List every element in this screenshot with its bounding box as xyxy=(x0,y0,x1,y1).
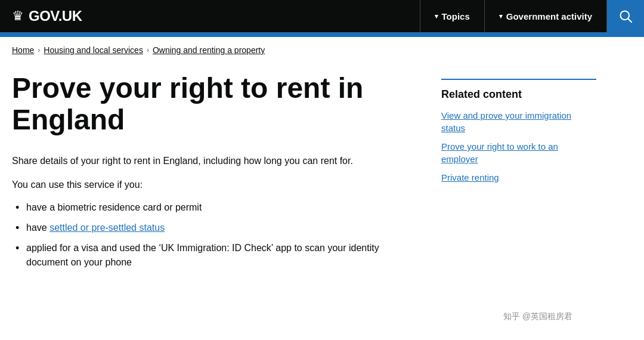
intro-paragraph: Share details of your right to rent in E… xyxy=(12,154,417,168)
government-activity-label: Government activity xyxy=(506,11,592,21)
related-content-box: Related content View and prove your immi… xyxy=(441,79,596,184)
use-if-text: You can use this service if you: xyxy=(12,178,417,192)
settled-status-link[interactable]: settled or pre-settled status xyxy=(49,222,165,233)
breadcrumb-home[interactable]: Home xyxy=(12,45,34,55)
search-icon xyxy=(619,10,632,23)
main-nav: ▾ Topics ▾ Government activity xyxy=(420,0,644,32)
site-header: ♛ GOV.UK ▾ Topics ▾ Government activity xyxy=(0,0,644,32)
topics-chevron-icon: ▾ xyxy=(435,13,438,20)
related-link-item: View and prove your immigration status xyxy=(441,109,596,134)
breadcrumb-housing[interactable]: Housing and local services xyxy=(44,45,143,55)
gov-uk-logo[interactable]: ♛ GOV.UK xyxy=(0,0,94,32)
main-wrapper: Prove your right to rent in England Shar… xyxy=(0,61,644,293)
breadcrumb-chevron-1: › xyxy=(38,46,40,54)
sidebar: Related content View and prove your immi… xyxy=(441,73,596,276)
breadcrumb-owning-renting[interactable]: Owning and renting a property xyxy=(153,45,265,55)
main-content: Prove your right to rent in England Shar… xyxy=(12,73,417,276)
svg-line-1 xyxy=(628,18,631,22)
search-button[interactable] xyxy=(606,0,644,32)
related-link-private-renting[interactable]: Private renting xyxy=(441,172,499,183)
related-link-immigration-status[interactable]: View and prove your immigration status xyxy=(441,110,571,133)
list-item: have a biometric residence card or permi… xyxy=(12,200,417,215)
related-link-item: Private renting xyxy=(441,171,596,184)
list-item: applied for a visa and used the ‘UK Immi… xyxy=(12,241,417,270)
related-links: View and prove your immigration status P… xyxy=(441,109,596,184)
bullet-text-2-before: have xyxy=(26,222,49,233)
related-link-item: Prove your right to work to an employer xyxy=(441,140,596,165)
bullet-text-3: applied for a visa and used the ‘UK Immi… xyxy=(26,243,379,267)
gov-activity-chevron-icon: ▾ xyxy=(499,13,503,20)
blue-stripe xyxy=(0,32,644,37)
related-content-title: Related content xyxy=(441,88,596,101)
watermark: 知乎 @英国租房君 xyxy=(503,311,572,322)
related-link-right-to-work[interactable]: Prove your right to work to an employer xyxy=(441,141,558,164)
crown-icon: ♛ xyxy=(12,8,24,24)
bullet-text-1: have a biometric residence card or permi… xyxy=(26,202,202,212)
list-item: have settled or pre-settled status xyxy=(12,221,417,235)
breadcrumb-chevron-2: › xyxy=(147,46,149,54)
gov-uk-text: GOV.UK xyxy=(29,8,82,24)
eligibility-list: have a biometric residence card or permi… xyxy=(12,200,417,270)
breadcrumb: Home › Housing and local services › Owni… xyxy=(0,37,644,61)
topics-label: Topics xyxy=(442,11,470,21)
topics-nav-item[interactable]: ▾ Topics xyxy=(420,0,484,32)
page-title: Prove your right to rent in England xyxy=(12,73,417,136)
government-activity-nav-item[interactable]: ▾ Government activity xyxy=(484,0,606,32)
